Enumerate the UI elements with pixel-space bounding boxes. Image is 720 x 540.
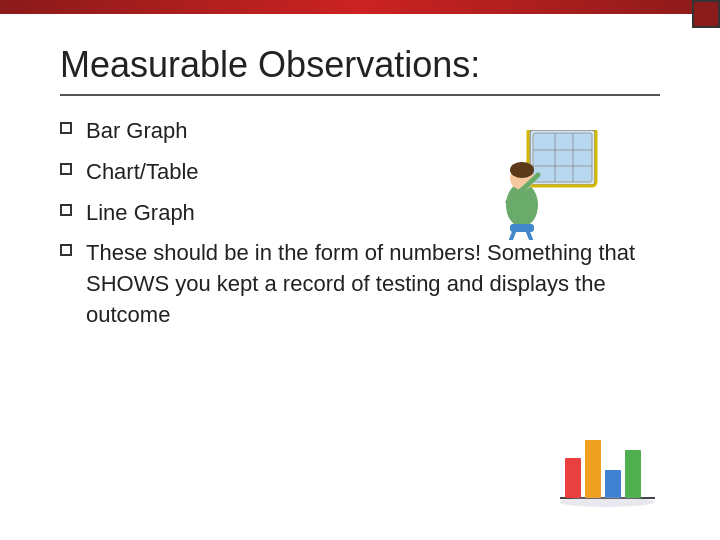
svg-rect-18: [605, 470, 621, 498]
svg-rect-1: [533, 133, 592, 182]
slide-title: Measurable Observations:: [60, 44, 660, 86]
bullet-square-2: [60, 163, 72, 175]
svg-rect-16: [565, 458, 581, 498]
svg-line-13: [510, 232, 514, 240]
svg-line-14: [528, 232, 532, 240]
bullet-square-1: [60, 122, 72, 134]
bullet-square-3: [60, 204, 72, 216]
bullet-square-4: [60, 244, 72, 256]
svg-rect-17: [585, 440, 601, 498]
person-illustration: [500, 130, 600, 240]
list-item: These should be in the form of numbers! …: [60, 238, 660, 330]
bullet-text-4: These should be in the form of numbers! …: [86, 238, 660, 330]
title-divider: [60, 94, 660, 96]
svg-rect-19: [625, 450, 641, 498]
svg-point-9: [510, 162, 534, 178]
top-bar: [0, 0, 720, 14]
bars-illustration: [550, 420, 660, 510]
svg-point-20: [559, 497, 655, 507]
